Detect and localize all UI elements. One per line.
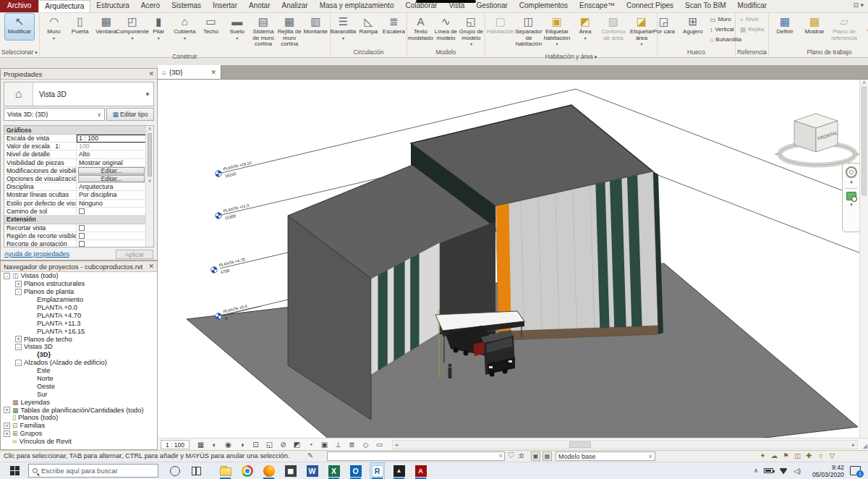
viewcube[interactable]: FRONTAL (774, 114, 861, 165)
tree-item[interactable]: Oeste (1, 382, 157, 390)
status-tool-icon[interactable]: ☁ (770, 452, 779, 459)
property-value[interactable]: Alto (77, 151, 153, 158)
view-tab-3d[interactable]: ⌂ {3D} ✕ (158, 65, 221, 79)
tree-item[interactable]: ▦ Leyendas (1, 398, 157, 406)
property-row[interactable]: Opciones de visualización ... Editar... (4, 175, 153, 183)
tray-expand-icon[interactable]: ∧ (754, 467, 758, 474)
ribbon-tool[interactable]: ▨ Contorno de área (600, 14, 627, 46)
ribbon-tool[interactable]: A Texto modelado (408, 14, 433, 46)
ribbon-tab[interactable]: Anotar (243, 0, 276, 12)
taskbar-app-button[interactable] (218, 463, 232, 479)
tree-expander-icon[interactable]: + (15, 281, 22, 287)
ribbon-tab[interactable]: Complementos (514, 0, 574, 12)
scale-button[interactable]: 1 : 100 (161, 440, 190, 449)
person-figure[interactable] (448, 364, 452, 379)
tree-item[interactable]: Norte (1, 375, 157, 383)
ribbon-tool[interactable]: ▯ Puerta (67, 14, 93, 40)
navigation-bar[interactable]: ▾ ▾ (842, 163, 861, 232)
horizontal-scrollbar[interactable]: ◂ ▸ (392, 440, 858, 449)
tree-item[interactable]: + Planos estructurales (1, 280, 157, 288)
ribbon-tab[interactable]: Gestionar (470, 0, 513, 12)
speaker-icon[interactable]: ◁) (793, 467, 801, 475)
ribbon-tab[interactable]: Analizar (276, 0, 313, 12)
ribbon-minimize-icon[interactable]: ⊡ ▾ (848, 0, 868, 12)
ribbon-tool-small[interactable]: ⌖ Nivel (739, 15, 765, 25)
modify-button[interactable]: ↖ Modificar (5, 14, 34, 40)
tree-item[interactable]: - ◫ Vistas (todo) (1, 272, 157, 280)
view-control-icon[interactable]: ◐ (208, 441, 221, 449)
taskbar-app-button[interactable] (240, 463, 254, 479)
section-extension[interactable]: Extensión (4, 216, 153, 224)
property-row[interactable]: Mostrar líneas ocultas Por disciplina (4, 191, 153, 199)
properties-header[interactable]: Propiedades✕ (1, 69, 157, 80)
property-row[interactable]: Visibilidad de piezas Mostrar original (4, 159, 153, 167)
property-row[interactable]: Región de recorte visible (4, 232, 153, 240)
tree-expander-icon[interactable]: + (15, 336, 22, 342)
tree-expander-icon[interactable]: - (15, 344, 22, 350)
panel-title[interactable]: Circulación (332, 48, 405, 57)
ribbon-tool[interactable]: ⊞ Agujero (678, 14, 707, 40)
properties-scrollbar[interactable]: ∧∨ (145, 126, 153, 247)
taskbar-app-button[interactable]: R (370, 463, 384, 479)
chevron-down-icon[interactable]: ▾ (850, 202, 853, 208)
apply-button[interactable]: Aplicar (116, 250, 153, 259)
ribbon-tool[interactable]: ◲ Por cara (650, 14, 678, 40)
panel-title[interactable]: Seleccionar (1, 48, 38, 57)
panel-title[interactable]: Habitación y área (487, 52, 655, 62)
ribbon-tool[interactable]: ◰ Componente (119, 14, 145, 40)
view-control-icon[interactable]: ⊥ (331, 441, 345, 449)
panel-title[interactable]: Plano de trabajo (770, 48, 868, 57)
ribbon-tool[interactable]: ◩ Área (571, 14, 599, 40)
zoom-icon[interactable] (846, 192, 856, 200)
view-control-icon[interactable]: ▭ (373, 441, 386, 449)
ribbon-tool[interactable]: ☰ Barandilla (331, 14, 355, 40)
scroll-left-icon[interactable]: ◂ (393, 441, 400, 449)
tree-item[interactable]: - Vistas 3D (1, 343, 157, 351)
property-row[interactable]: Estilo por defecto de visua... Ninguno (4, 200, 153, 208)
property-row[interactable]: Valor de escala 1: 100 (4, 143, 153, 151)
close-icon[interactable]: ✕ (148, 263, 154, 270)
model-canvas[interactable]: PLANTA +16.15 16150 PLANTA +11.3 11300 P… (158, 80, 868, 450)
worksets-edit-icon[interactable]: ✎ (307, 452, 313, 459)
view-control-icon[interactable]: ◉ (221, 441, 235, 449)
tree-expander-icon[interactable]: - (4, 273, 10, 279)
ribbon-tool[interactable]: ◠ Muro (41, 14, 67, 40)
ribbon-tab[interactable]: Arquitectura (38, 0, 90, 12)
cortana-button[interactable] (170, 466, 180, 476)
tree-item[interactable]: PLANTA +16.15 (1, 327, 157, 335)
ribbon-tool-small[interactable]: ▦ Rejilla (739, 25, 765, 35)
ribbon-tool[interactable]: ▦ Definir (770, 14, 799, 40)
press-drag-icon[interactable]: ▦ (542, 452, 552, 461)
tree-item[interactable]: PLANTA +0.0 (1, 304, 157, 312)
battery-icon[interactable] (764, 468, 773, 473)
project-browser-header[interactable]: Navegador de proyectos - cubcoproductos.… (1, 261, 157, 272)
panel-title[interactable]: Hueco (659, 48, 733, 57)
tree-item[interactable]: {3D} (1, 351, 157, 359)
properties-help-link[interactable]: Ayuda de propiedades (4, 250, 69, 258)
property-value[interactable]: 100 (77, 143, 153, 151)
tree-item[interactable]: Emplazamiento (1, 296, 157, 304)
ribbon-tab[interactable]: Modificar (732, 0, 773, 12)
ribbon-tab[interactable]: Acero (135, 0, 166, 12)
view-control-icon[interactable]: ◇ (359, 441, 373, 449)
close-icon[interactable]: ✕ (148, 70, 154, 77)
view-control-icon[interactable]: ◑ (235, 441, 249, 449)
clock[interactable]: 9:42 05/03/2020 (807, 464, 844, 478)
view-control-icon[interactable]: ▣ (318, 441, 331, 449)
tree-item[interactable]: - Alzados (Alzado de edificio) (1, 359, 157, 367)
ribbon-tool[interactable]: ▭ Techo (198, 14, 224, 40)
level-marker-4-70[interactable]: PLANTA +4.70 4700 (210, 257, 247, 276)
panel-title[interactable]: Construir (41, 52, 328, 62)
wifi-icon[interactable] (779, 467, 788, 475)
property-checkbox[interactable] (79, 225, 85, 231)
view-control-icon[interactable]: ⊘ (276, 441, 290, 449)
tree-item[interactable]: + Planos de techo (1, 335, 157, 343)
property-checkbox[interactable] (79, 233, 85, 239)
view-control-icon[interactable]: ◱ (263, 441, 276, 449)
tree-item[interactable]: + ▦ Tablas de planificación/Cantidades (… (1, 406, 157, 414)
taskbar-app-button[interactable]: ▦ (284, 463, 297, 479)
property-checkbox[interactable] (79, 208, 85, 214)
ribbon-tool[interactable]: ▬ Suelo (224, 14, 250, 40)
ribbon-tab[interactable]: Masa y emplazamiento (314, 0, 400, 12)
tree-expander-icon[interactable]: + (4, 431, 10, 437)
